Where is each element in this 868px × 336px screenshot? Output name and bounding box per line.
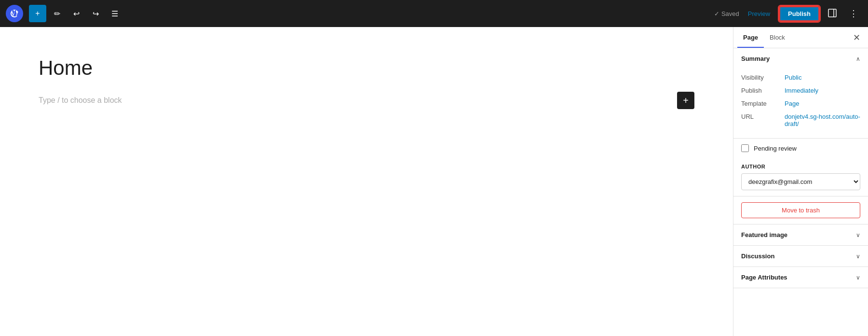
summary-section-header[interactable]: Summary ∧	[733, 48, 868, 69]
publish-label: Publish	[741, 87, 785, 94]
tab-block[interactable]: Block	[764, 27, 791, 48]
featured-image-chevron-icon: ∨	[856, 232, 860, 238]
preview-button[interactable]: Preview	[743, 7, 775, 20]
featured-image-title: Featured image	[741, 231, 787, 238]
plus-inline-icon: +	[683, 95, 689, 106]
publish-row: Publish Immediately	[741, 84, 860, 97]
add-block-toolbar-button[interactable]: +	[29, 5, 46, 22]
page-attributes-title: Page Attributes	[741, 274, 787, 281]
pending-review-checkbox[interactable]	[741, 144, 749, 152]
tools-button[interactable]: ✏	[48, 5, 66, 22]
discussion-chevron-icon: ∨	[856, 253, 860, 260]
list-icon: ☰	[111, 9, 118, 18]
redo-icon: ↪	[93, 9, 99, 18]
page-title-input[interactable]	[39, 56, 694, 80]
undo-icon: ↩	[73, 9, 80, 18]
template-value[interactable]: Page	[785, 100, 799, 107]
add-block-inline-button[interactable]: +	[677, 92, 694, 109]
svg-rect-0	[828, 9, 836, 17]
page-attributes-header[interactable]: Page Attributes ∨	[733, 267, 868, 288]
saved-status: ✓ Saved	[714, 10, 739, 17]
discussion-title: Discussion	[741, 252, 774, 260]
options-button[interactable]: ⋮	[845, 5, 862, 22]
right-sidebar: Page Block ✕ Summary ∧ Visibility Public…	[733, 27, 868, 336]
main-layout: Type / to choose a block + Page Block ✕ …	[0, 27, 868, 336]
author-label: AUTHOR	[741, 164, 860, 169]
visibility-row: Visibility Public	[741, 71, 860, 84]
undo-button[interactable]: ↩	[68, 5, 85, 22]
summary-section: Summary ∧ Visibility Public Publish Imme…	[733, 48, 868, 139]
author-section: AUTHOR deezgrafix@gmail.com	[733, 158, 868, 196]
sidebar-icon	[828, 9, 837, 19]
url-row: URL donjetv4.sg-host.com/auto-draft/	[741, 110, 860, 130]
toolbar: + ✏ ↩ ↪ ☰ ✓ Saved Preview Publish ⋮	[0, 0, 868, 27]
toolbar-right: ✓ Saved Preview Publish ⋮	[714, 5, 862, 22]
summary-section-body: Visibility Public Publish Immediately Te…	[733, 69, 868, 138]
summary-section-title: Summary	[741, 55, 770, 62]
list-view-button[interactable]: ☰	[106, 5, 123, 22]
publish-value[interactable]: Immediately	[785, 87, 818, 94]
page-attributes-chevron-icon: ∨	[856, 274, 860, 281]
template-row: Template Page	[741, 97, 860, 110]
wp-logo	[6, 5, 23, 22]
sidebar-toggle-button[interactable]	[824, 5, 841, 22]
trash-section: Move to trash	[733, 196, 868, 224]
visibility-label: Visibility	[741, 74, 785, 81]
publish-button[interactable]: Publish	[779, 6, 820, 22]
redo-button[interactable]: ↪	[87, 5, 104, 22]
sidebar-close-button[interactable]: ✕	[849, 28, 864, 47]
featured-image-header[interactable]: Featured image ∨	[733, 224, 868, 245]
options-icon: ⋮	[849, 8, 858, 19]
tab-page[interactable]: Page	[737, 27, 764, 48]
author-select[interactable]: deezgrafix@gmail.com	[741, 173, 860, 190]
close-icon: ✕	[853, 33, 860, 42]
discussion-header[interactable]: Discussion ∨	[733, 246, 868, 266]
page-attributes-section: Page Attributes ∨	[733, 267, 868, 288]
pending-review-label: Pending review	[754, 145, 797, 152]
discussion-section: Discussion ∨	[733, 246, 868, 267]
sidebar-tabs: Page Block ✕	[733, 27, 868, 48]
summary-chevron-icon: ∧	[856, 56, 860, 62]
move-to-trash-button[interactable]: Move to trash	[741, 202, 860, 218]
check-icon: ✓	[714, 10, 719, 17]
editor-area: Type / to choose a block +	[0, 27, 733, 336]
template-label: Template	[741, 100, 785, 107]
visibility-value[interactable]: Public	[785, 74, 801, 81]
pending-review-row: Pending review	[733, 139, 868, 158]
edit-icon: ✏	[54, 9, 60, 18]
block-placeholder: Type / to choose a block +	[39, 92, 694, 109]
url-label: URL	[741, 113, 785, 120]
block-placeholder-text: Type / to choose a block	[39, 96, 122, 105]
featured-image-section: Featured image ∨	[733, 224, 868, 246]
url-value[interactable]: donjetv4.sg-host.com/auto-draft/	[785, 113, 860, 127]
plus-icon: +	[35, 9, 40, 18]
